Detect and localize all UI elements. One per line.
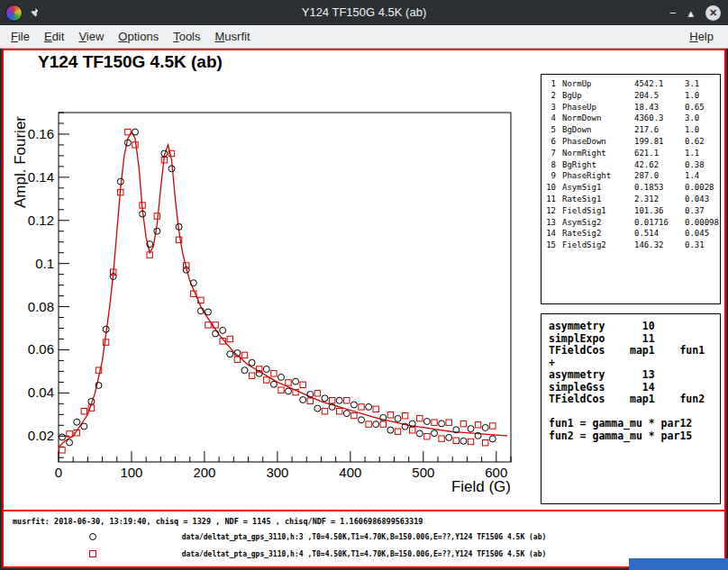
series-circle-markers <box>59 129 496 446</box>
theory-line: TFieldCos map1 fun2 <box>549 394 720 406</box>
svg-text:0.16: 0.16 <box>28 126 54 141</box>
svg-text:0.04: 0.04 <box>28 385 54 400</box>
theory-line <box>549 406 720 419</box>
theory-line: asymmetry 10 <box>549 321 720 333</box>
window-title: Y124 TF150G 4.5K (ab) <box>135 0 593 25</box>
keep-above-button[interactable]: ▴ <box>687 7 694 19</box>
svg-text:500: 500 <box>412 465 434 480</box>
menu-item-help[interactable]: Help <box>682 26 721 47</box>
param-row: 4NormDown4360.33.0 <box>541 113 720 124</box>
param-row: 8BgRight42.620.38 <box>541 159 720 171</box>
background-window-fragment <box>629 558 728 570</box>
legend-pad: musrfit: 2018-06-30, 13:19:40, chisq = 1… <box>4 510 724 566</box>
y-axis-title: Ampl. Fourier <box>12 116 29 208</box>
theory-line: TFieldCos map1 fun1 <box>549 345 720 357</box>
app-icon <box>5 5 23 22</box>
svg-text:0.08: 0.08 <box>28 299 54 314</box>
series-square-markers <box>59 129 496 453</box>
minimize-button[interactable]: − <box>669 7 677 19</box>
svg-text:200: 200 <box>193 465 215 480</box>
svg-text:400: 400 <box>339 465 361 480</box>
menu-right: Help <box>682 30 728 43</box>
fit-parameter-box: 1NormUp4542.13.12BgUp204.51.03PhaseUp18.… <box>541 74 721 304</box>
titlebar[interactable]: Y124 TF150G 4.5K (ab) − ▴ ✕ <box>0 0 728 25</box>
svg-text:0.06: 0.06 <box>28 341 54 357</box>
titlebar-left <box>5 5 41 22</box>
legend-label: data/deltat_pta_gps_3110,h:3 ,T0=4.50K,T… <box>182 533 547 541</box>
theory-line: fun1 = gamma_mu * par12 <box>549 418 720 430</box>
svg-text:0.12: 0.12 <box>28 213 54 228</box>
legend-label: data/deltat_pta_gps_3110,h:4 ,T0=4.50K,T… <box>182 550 547 558</box>
menu-item-options[interactable]: Options <box>111 26 166 47</box>
root-canvas[interactable]: Y124 TF150G 4.5K (ab) 010020030040050060… <box>2 49 726 568</box>
plot-title: Y124 TF150G 4.5K (ab) <box>38 52 223 72</box>
param-row: 11RateSig12.3120.043 <box>541 194 720 205</box>
param-row: 6PhaseDown199.810.62 <box>541 136 720 148</box>
svg-text:0.02: 0.02 <box>28 428 54 443</box>
menu-items: FileEditViewOptionsToolsMusrfit <box>0 26 258 47</box>
theory-block-box: asymmetry 10simplExpo 11TFieldCos map1 f… <box>541 313 721 504</box>
param-row: 13AsymSig20.017160.00098 <box>541 217 720 229</box>
svg-text:0: 0 <box>55 465 62 480</box>
menubar: FileEditViewOptionsToolsMusrfit Help <box>0 25 728 49</box>
svg-text:0.1: 0.1 <box>35 256 54 271</box>
theory-line: simpleGss 14 <box>549 382 720 394</box>
titlebar-controls: − ▴ ✕ <box>669 0 721 25</box>
application-window: Y124 TF150G 4.5K (ab) − ▴ ✕ FileEditView… <box>0 0 728 570</box>
x-axis-title: Field (G) <box>451 478 511 495</box>
menu-item-tools[interactable]: Tools <box>166 26 207 47</box>
theory-line: asymmetry 13 <box>549 369 720 382</box>
legend-entry-h3: data/deltat_pta_gps_3110,h:3 ,T0=4.50K,T… <box>4 533 724 541</box>
param-row: 14RateSig20.5140.045 <box>541 228 720 240</box>
svg-text:300: 300 <box>266 465 288 480</box>
close-button[interactable]: ✕ <box>705 5 721 21</box>
svg-text:100: 100 <box>120 465 142 480</box>
legend-entry-h4: data/deltat_pta_gps_3110,h:4 ,T0=4.50K,T… <box>4 550 724 558</box>
fourier-plot[interactable]: 01002003004005006000.020.040.060.080.10.… <box>11 106 529 502</box>
menu-item-musrfit[interactable]: Musrfit <box>208 26 258 47</box>
menu-item-file[interactable]: File <box>4 26 37 47</box>
param-row: 3PhaseUp18.430.65 <box>541 102 720 113</box>
fit-line <box>59 132 507 448</box>
param-row: 12FieldSig1101.360.37 <box>541 205 720 217</box>
svg-text:0.14: 0.14 <box>28 169 54 185</box>
legend-circle-marker <box>89 533 96 540</box>
param-row: 10AsymSig10.18530.0028 <box>541 182 720 194</box>
legend-square-marker <box>89 550 96 557</box>
theory-line: simplExpo 11 <box>549 333 720 346</box>
param-row: 7NormRight621.11.1 <box>541 148 720 159</box>
param-row: 9PhaseRight287.01.4 <box>541 170 720 182</box>
pin-icon <box>29 6 41 21</box>
param-row: 1NormUp4542.13.1 <box>541 78 720 90</box>
plot-axes: 01002003004005006000.020.040.060.080.10.… <box>12 113 511 495</box>
param-row: 5BgDown217.61.0 <box>541 124 720 136</box>
fit-status-line: musrfit: 2018-06-30, 13:19:40, chisq = 1… <box>13 517 423 526</box>
theory-line: fun2 = gamma_mu * par15 <box>549 430 720 443</box>
param-row: 15FieldSig2146.320.31 <box>541 240 720 251</box>
menu-item-view[interactable]: View <box>71 26 111 47</box>
theory-line: + <box>549 357 720 370</box>
param-row: 2BgUp204.51.0 <box>541 90 720 102</box>
menu-item-edit[interactable]: Edit <box>37 26 71 47</box>
